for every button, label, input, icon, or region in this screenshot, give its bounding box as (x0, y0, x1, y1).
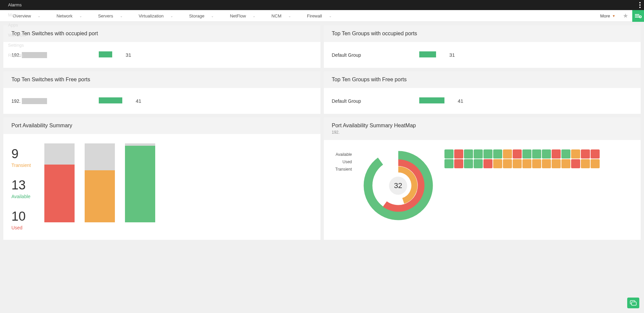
heatmap-cell[interactable] (464, 149, 473, 159)
chevron-down-icon: ⌄ (329, 14, 332, 18)
heatmap-cell[interactable] (542, 159, 551, 168)
bar-fill (419, 51, 436, 57)
heatmap-cell[interactable] (454, 159, 463, 168)
bar-row[interactable]: Default Group 41 (332, 97, 633, 104)
bar-column[interactable] (85, 143, 115, 222)
subnav-item-label: NetFlow (230, 13, 246, 18)
heatmap-cell[interactable] (561, 159, 570, 168)
caret-down-icon: ▼ (612, 14, 615, 18)
heatmap-cell[interactable] (503, 149, 512, 159)
topnav-item-apps[interactable]: Apps (0, 20, 41, 30)
heatmap-cell[interactable] (493, 149, 502, 159)
heatmap-cell[interactable] (532, 159, 541, 168)
kebab-menu-icon[interactable] (639, 0, 641, 10)
panel-title: Port Availability Summary (3, 117, 320, 134)
heatmap-cell[interactable] (444, 149, 454, 159)
panel-port-heatmap: Port Availability Summary HeatMap 192. A… (324, 117, 641, 240)
topnav-item-reports[interactable]: Reports (0, 50, 41, 60)
heatmap-cell[interactable] (483, 149, 492, 159)
radial-gauge[interactable]: 32 (362, 149, 434, 222)
summary-metrics: 9Transient13Available10Used (11, 143, 31, 230)
heatmap-cell[interactable] (532, 149, 541, 159)
radial-legend: AvailableUsedTransient (332, 149, 352, 172)
bar-column[interactable] (125, 143, 155, 222)
subnav-item-label: Storage (189, 13, 205, 18)
subnav-item-virtualization[interactable]: Virtualization⌄ (133, 13, 183, 18)
heatmap-cell[interactable] (444, 159, 454, 168)
heatmap-cell[interactable] (591, 159, 600, 168)
heatmap-cell[interactable] (522, 149, 531, 159)
add-widget-button[interactable] (632, 10, 644, 22)
panel-title: Top Ten Groups with Free ports (324, 71, 641, 88)
add-widget-icon (635, 13, 642, 18)
subnav-item-label: Network (56, 13, 73, 18)
bar-column[interactable] (44, 143, 75, 222)
metric-transient[interactable]: 9Transient (11, 147, 31, 168)
bar-row[interactable]: 192. 31 (11, 51, 312, 58)
bar-fill (99, 51, 112, 57)
panel-occupied-switches: Top Ten Switches with occupied port 192.… (3, 25, 320, 68)
subnav-item-firewall[interactable]: Firewall⌄ (301, 13, 342, 18)
panel-free-switches: Top Ten Switches with Free ports 192. 41 (3, 71, 320, 114)
dashboard-grid: Top Ten Switches with occupied port 192.… (0, 22, 644, 247)
heatmap-cell[interactable] (513, 159, 522, 168)
heatmap-cell[interactable] (542, 149, 551, 159)
metric-label: Used (11, 225, 31, 230)
topnav-item-settings[interactable]: Settings (0, 40, 41, 50)
topnav-item-workflow[interactable]: Workflow (0, 30, 41, 40)
row-label-prefix: 192. (11, 98, 20, 104)
topnav-item-maps[interactable]: Maps (0, 10, 41, 20)
metric-used[interactable]: 10Used (11, 209, 31, 230)
bar-fill (419, 97, 444, 103)
chevron-down-icon: ⌄ (120, 14, 123, 18)
panel-title: Top Ten Groups with occupied ports (324, 25, 641, 42)
legend-used: Used (342, 160, 352, 164)
metric-label: Transient (11, 163, 31, 168)
heatmap-cell[interactable] (493, 159, 502, 168)
heatmap-cell[interactable] (561, 149, 570, 159)
bar-fill (85, 170, 115, 222)
heatmap-cell[interactable] (503, 159, 512, 168)
heatmap-cell[interactable] (581, 159, 590, 168)
heatmap-cell[interactable] (552, 159, 561, 168)
heatmap-cell[interactable] (474, 159, 483, 168)
panel-subtitle-prefix: 192. (332, 130, 340, 135)
subnav-item-label: NCM (271, 13, 282, 18)
panel-title: Top Ten Switches with Free ports (3, 71, 320, 88)
metric-available[interactable]: 13Available (11, 178, 31, 199)
heatmap-cell[interactable] (591, 149, 600, 159)
chevron-down-icon: ⌄ (288, 14, 291, 18)
heatmap-cell[interactable] (483, 159, 492, 168)
heatmap-cell[interactable] (571, 149, 580, 159)
favorite-star-icon[interactable]: ★ (619, 12, 632, 19)
bar-fill (99, 97, 122, 103)
heatmap-cell[interactable] (522, 159, 531, 168)
subnav-item-network[interactable]: Network⌄ (50, 13, 92, 18)
bar-fill (44, 165, 75, 222)
subnav-item-servers[interactable]: Servers⌄ (92, 13, 133, 18)
sub-nav-items: Overview⌄Network⌄Servers⌄Virtualization⌄… (7, 13, 342, 18)
topnav-item-alarms[interactable]: Alarms (0, 0, 41, 10)
bar-row[interactable]: 192. 41 (11, 97, 312, 104)
subnav-item-ncm[interactable]: NCM⌄ (265, 13, 301, 18)
row-value: 41 (136, 98, 141, 104)
heatmap-cell[interactable] (513, 149, 522, 159)
bar-row[interactable]: Default Group 31 (332, 51, 633, 58)
row-value: 31 (449, 52, 455, 58)
redacted-ip (22, 98, 47, 104)
subnav-item-storage[interactable]: Storage⌄ (183, 13, 224, 18)
heatmap-cell[interactable] (464, 159, 473, 168)
heatmap-cell[interactable] (454, 149, 463, 159)
heatmap-cell[interactable] (581, 149, 590, 159)
metric-value: 10 (11, 209, 31, 224)
subnav-more[interactable]: More ▼ (600, 13, 615, 18)
heatmap-cell[interactable] (571, 159, 580, 168)
sub-nav: Overview⌄Network⌄Servers⌄Virtualization⌄… (0, 10, 644, 22)
subnav-item-label: Firewall (307, 13, 322, 18)
chevron-down-icon: ⌄ (253, 14, 255, 18)
legend-transient: Transient (335, 167, 352, 172)
heatmap-cell[interactable] (552, 149, 561, 159)
redacted-ip (340, 130, 362, 135)
subnav-item-netflow[interactable]: NetFlow⌄ (224, 13, 265, 18)
heatmap-cell[interactable] (474, 149, 483, 159)
